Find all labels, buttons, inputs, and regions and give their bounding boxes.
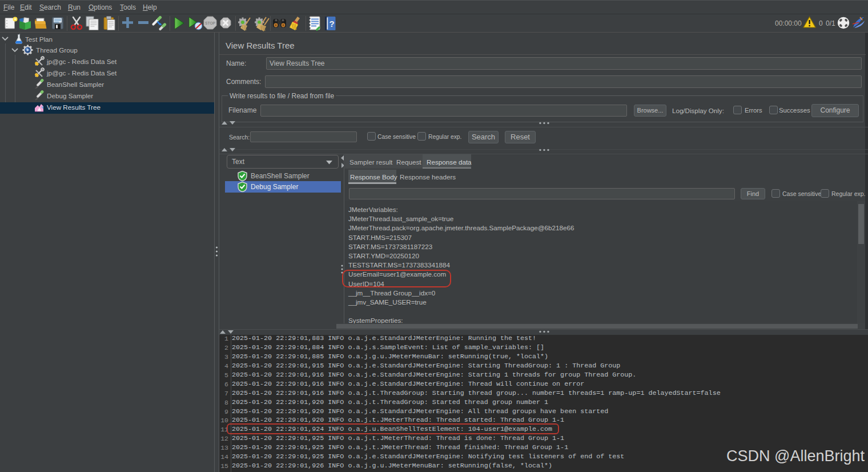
svg-text:STOP: STOP [205, 21, 215, 25]
svg-text:?: ? [329, 19, 334, 29]
